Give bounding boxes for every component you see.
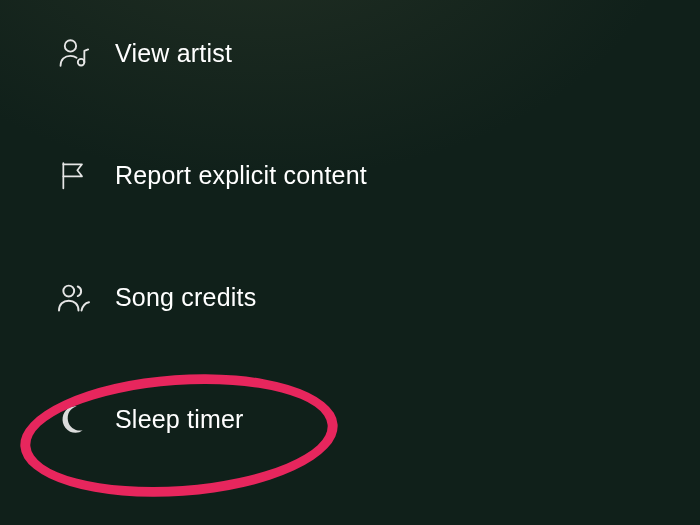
svg-point-0: [65, 40, 76, 51]
menu-item-label: Song credits: [115, 283, 256, 312]
menu-item-label: View artist: [115, 39, 232, 68]
context-menu: View artist Report explicit content Song…: [55, 28, 367, 444]
artist-icon: [55, 34, 93, 72]
menu-item-label: Sleep timer: [115, 405, 244, 434]
people-icon: [55, 278, 93, 316]
menu-item-sleep-timer[interactable]: Sleep timer: [55, 394, 367, 444]
menu-item-report-explicit[interactable]: Report explicit content: [55, 150, 367, 200]
flag-icon: [55, 156, 93, 194]
svg-point-1: [78, 59, 85, 66]
menu-item-song-credits[interactable]: Song credits: [55, 272, 367, 322]
svg-point-2: [63, 286, 74, 297]
menu-item-view-artist[interactable]: View artist: [55, 28, 367, 78]
moon-icon: [55, 400, 93, 438]
menu-item-label: Report explicit content: [115, 161, 367, 190]
